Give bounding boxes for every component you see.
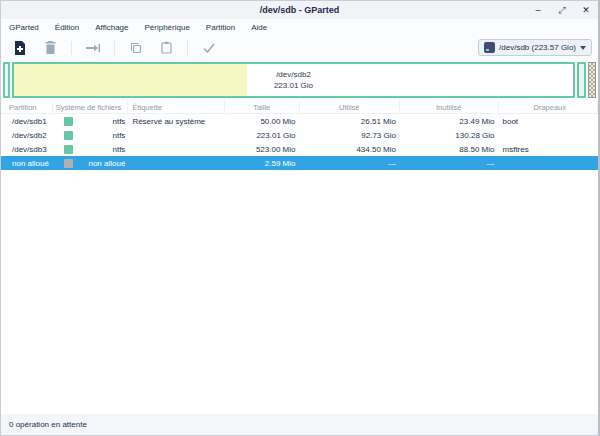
gparted-window: /dev/sdb - GParted – ⤢ ✕ GParted Édition…	[0, 0, 600, 436]
partition-size: 523.00 Mio	[225, 145, 300, 154]
menu-affichage[interactable]: Affichage	[95, 23, 128, 32]
check-icon	[203, 43, 215, 53]
new-partition-button[interactable]	[10, 39, 30, 57]
chevron-down-icon	[580, 46, 586, 50]
restore-icon[interactable]: ⤢	[556, 4, 568, 16]
minimize-icon[interactable]: –	[532, 4, 544, 16]
partition-used: ---	[300, 159, 400, 168]
partition-name: non alloué	[1, 159, 53, 168]
partition-flags: boot	[499, 117, 599, 126]
filesystem-name: non alloué	[73, 159, 129, 168]
paste-icon	[161, 41, 172, 54]
partition-unused: 130.28 Gio	[400, 131, 499, 140]
disk-segment-sdb3[interactable]	[577, 62, 586, 98]
disk-segment-sdb2[interactable]: /dev/sdb2 223.01 Gio	[12, 62, 575, 98]
column-header-partition[interactable]: Partition	[1, 101, 53, 113]
table-row[interactable]: /dev/sdb2 ntfs 223.01 Gio 92.73 Gio 130.…	[1, 128, 598, 142]
disk-segment-sdb1[interactable]	[3, 62, 10, 98]
partition-name: /dev/sdb2	[1, 131, 53, 140]
disk-visual-area: /dev/sdb2 223.01 Gio	[1, 59, 598, 101]
table-row[interactable]: /dev/sdb3 ntfs 523.00 Mio 434.50 Mio 88.…	[1, 142, 598, 156]
resize-move-button[interactable]	[83, 39, 103, 57]
menu-edition[interactable]: Édition	[55, 23, 79, 32]
filesystem-color-swatch	[64, 145, 73, 154]
table-header: Partition Système de fichiers Étiquette …	[1, 101, 598, 114]
drive-icon	[484, 42, 495, 53]
filesystem-name: ntfs	[73, 145, 129, 154]
column-header-used[interactable]: Utilisé	[300, 101, 400, 113]
copy-icon	[130, 42, 142, 54]
filesystem-color-swatch	[64, 159, 73, 168]
sdb2-label: /dev/sdb2 223.01 Gio	[14, 69, 573, 91]
resize-arrow-icon	[86, 43, 100, 53]
partition-size: 2.59 Mio	[225, 159, 300, 168]
partition-unused: ---	[400, 159, 499, 168]
partition-unused: 23.49 Mio	[400, 117, 499, 126]
window-controls: – ⤢ ✕	[532, 1, 592, 19]
partition-flags: msftres	[499, 145, 599, 154]
table-row-selected[interactable]: non alloué non alloué 2.59 Mio --- ---	[1, 156, 598, 170]
partition-unused: 88.50 Mio	[400, 145, 499, 154]
partition-name: /dev/sdb1	[1, 117, 53, 126]
menu-gparted[interactable]: GParted	[9, 23, 39, 32]
partition-used: 434.50 Mio	[300, 145, 400, 154]
partition-used: 26.51 Mio	[300, 117, 400, 126]
paste-button[interactable]	[156, 39, 176, 57]
filesystem-color-swatch	[64, 131, 73, 140]
column-header-filesystem[interactable]: Système de fichiers	[53, 101, 129, 113]
menubar: GParted Édition Affichage Périphérique P…	[1, 19, 598, 36]
partition-name: /dev/sdb3	[1, 145, 53, 154]
new-partition-icon	[14, 41, 26, 55]
partition-label: Réservé au système	[128, 117, 225, 126]
partition-size: 223.01 Gio	[225, 131, 300, 140]
filesystem-name: ntfs	[73, 131, 129, 140]
toolbar: /dev/sdb (223.57 Gio)	[1, 36, 598, 59]
menu-aide[interactable]: Aide	[251, 23, 267, 32]
column-header-label[interactable]: Étiquette	[128, 101, 225, 113]
partition-size: 50.00 Mio	[225, 117, 300, 126]
device-selector[interactable]: /dev/sdb (223.57 Gio)	[478, 39, 592, 56]
delete-partition-button[interactable]	[40, 39, 60, 57]
column-header-unused[interactable]: Inutilisé	[400, 101, 498, 113]
partition-used: 92.73 Gio	[300, 131, 400, 140]
toolbar-separator	[71, 41, 72, 55]
copy-button[interactable]	[126, 39, 146, 57]
titlebar: /dev/sdb - GParted – ⤢ ✕	[1, 1, 598, 19]
statusbar: 0 opération en attente	[1, 414, 598, 435]
filesystem-color-swatch	[64, 117, 73, 126]
window-title: /dev/sdb - GParted	[1, 5, 598, 15]
table-row[interactable]: /dev/sdb1 ntfs Réservé au système 50.00 …	[1, 114, 598, 128]
pending-operations-status: 0 opération en attente	[9, 420, 87, 429]
toolbar-separator	[187, 41, 188, 55]
trash-icon	[45, 41, 56, 54]
column-header-flags[interactable]: Drapeaux	[499, 101, 599, 113]
apply-operations-button[interactable]	[199, 39, 219, 57]
close-icon[interactable]: ✕	[580, 4, 592, 16]
toolbar-separator	[114, 41, 115, 55]
partition-table: Partition Système de fichiers Étiquette …	[1, 101, 598, 170]
disk-bar: /dev/sdb2 223.01 Gio	[3, 62, 596, 98]
menu-partition[interactable]: Partition	[206, 23, 235, 32]
menu-peripherique[interactable]: Périphérique	[144, 23, 189, 32]
filesystem-name: ntfs	[73, 117, 129, 126]
device-selector-label: /dev/sdb (223.57 Gio)	[499, 43, 576, 52]
disk-segment-unallocated[interactable]	[588, 62, 596, 98]
empty-area	[1, 170, 598, 414]
column-header-size[interactable]: Taille	[225, 101, 300, 113]
